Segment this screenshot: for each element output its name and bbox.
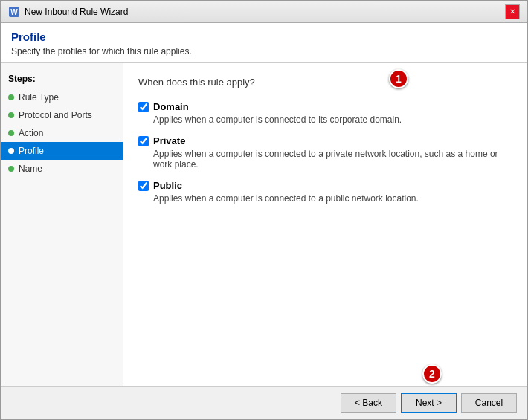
sidebar-label-action: Action <box>19 128 43 138</box>
public-label[interactable]: Public <box>153 180 182 191</box>
annotation-bubble-2: 2 <box>422 364 442 384</box>
sidebar-item-profile[interactable]: Profile <box>1 142 123 160</box>
sidebar-item-name[interactable]: Name <box>1 160 123 178</box>
sidebar: Steps: Rule Type Protocol and Ports Acti… <box>1 63 123 386</box>
sidebar-item-protocol-ports[interactable]: Protocol and Ports <box>1 106 123 124</box>
main-panel: 1 When does this rule apply? Domain Appl… <box>123 63 527 386</box>
cancel-button[interactable]: Cancel <box>461 393 517 413</box>
public-checkbox[interactable] <box>138 181 149 191</box>
page-subtitle: Specify the profiles for which this rule… <box>11 46 517 56</box>
profile-option-private: Private Applies when a computer is conne… <box>138 135 512 169</box>
window-title: New Inbound Rule Wizard <box>25 7 128 17</box>
annotation-bubble-1: 1 <box>389 69 408 88</box>
sidebar-title: Steps: <box>1 71 123 88</box>
private-checkbox[interactable] <box>138 136 149 146</box>
domain-label[interactable]: Domain <box>153 101 189 112</box>
public-checkbox-row: Public <box>138 180 512 191</box>
wizard-window: W New Inbound Rule Wizard ✕ Profile Spec… <box>0 0 528 420</box>
step-dot-name <box>8 166 14 172</box>
svg-text:W: W <box>10 8 18 16</box>
sidebar-label-name: Name <box>19 164 42 174</box>
next-button[interactable]: Next > <box>401 393 457 413</box>
title-bar-left: W New Inbound Rule Wizard <box>8 6 128 18</box>
step-dot-profile <box>8 148 14 154</box>
header-section: Profile Specify the profiles for which t… <box>1 23 527 63</box>
step-dot-protocol-ports <box>8 112 14 118</box>
profile-option-domain: Domain Applies when a computer is connec… <box>138 101 512 125</box>
footer: 2 < Back Next > Cancel <box>1 386 527 419</box>
sidebar-item-rule-type[interactable]: Rule Type <box>1 88 123 106</box>
profile-option-public: Public Applies when a computer is connec… <box>138 180 512 204</box>
title-bar: W New Inbound Rule Wizard ✕ <box>1 1 527 23</box>
wizard-icon: W <box>8 6 20 18</box>
rule-apply-question: When does this rule apply? <box>138 77 512 88</box>
sidebar-item-action[interactable]: Action <box>1 124 123 142</box>
sidebar-label-profile: Profile <box>19 146 44 156</box>
back-button[interactable]: < Back <box>341 393 396 413</box>
sidebar-label-protocol-ports: Protocol and Ports <box>19 110 92 120</box>
domain-checkbox[interactable] <box>138 102 149 112</box>
public-description: Applies when a computer is connected to … <box>138 193 512 204</box>
page-title: Profile <box>11 30 517 43</box>
close-button[interactable]: ✕ <box>505 4 520 19</box>
title-bar-controls: ✕ <box>505 4 520 19</box>
private-description: Applies when a computer is connected to … <box>138 149 512 169</box>
domain-description: Applies when a computer is connected to … <box>138 114 512 125</box>
domain-checkbox-row: Domain <box>138 101 512 112</box>
content-area: Steps: Rule Type Protocol and Ports Acti… <box>1 63 527 386</box>
private-label[interactable]: Private <box>153 135 185 146</box>
private-checkbox-row: Private <box>138 135 512 146</box>
step-dot-action <box>8 130 14 136</box>
sidebar-label-rule-type: Rule Type <box>19 92 59 103</box>
step-dot-rule-type <box>8 94 14 100</box>
